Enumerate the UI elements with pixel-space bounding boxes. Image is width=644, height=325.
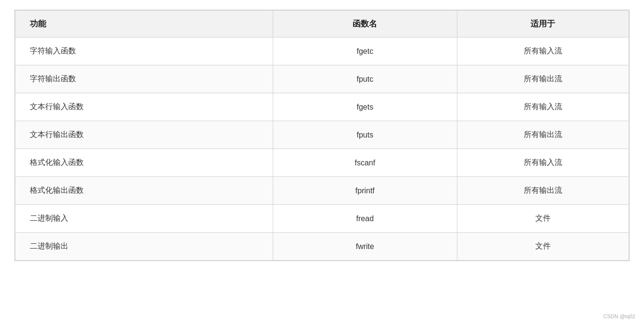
cell-feature: 字符输入函数 (15, 38, 273, 65)
table-row: 格式化输出函数fprintf所有输出流 (15, 177, 629, 205)
cell-applies-to: 所有输入流 (457, 149, 629, 177)
cell-applies-to: 所有输入流 (457, 93, 629, 121)
cell-feature: 二进制输出 (15, 233, 273, 261)
cell-feature: 格式化输入函数 (15, 149, 273, 177)
cell-function: fgets (273, 93, 457, 121)
cell-function: fputs (273, 121, 457, 149)
table-row: 字符输出函数fputc所有输出流 (15, 65, 629, 93)
cell-applies-to: 所有输出流 (457, 177, 629, 205)
header-function: 函数名 (273, 11, 457, 38)
cell-function: fread (273, 205, 457, 233)
header-applies-to: 适用于 (457, 11, 629, 38)
table-row: 二进制输入fread文件 (15, 205, 629, 233)
cell-feature: 文本行输入函数 (15, 93, 273, 121)
data-table: 功能 函数名 适用于 字符输入函数fgetc所有输入流字符输出函数fputc所有… (15, 10, 629, 261)
cell-feature: 文本行输出函数 (15, 121, 273, 149)
cell-feature: 二进制输入 (15, 205, 273, 233)
header-feature: 功能 (15, 11, 273, 38)
cell-feature: 格式化输出函数 (15, 177, 273, 205)
cell-function: fputc (273, 65, 457, 93)
cell-feature: 字符输出函数 (15, 65, 273, 93)
cell-applies-to: 所有输出流 (457, 121, 629, 149)
table-body: 字符输入函数fgetc所有输入流字符输出函数fputc所有输出流文本行输入函数f… (15, 38, 629, 261)
cell-function: fgetc (273, 38, 457, 65)
table-row: 格式化输入函数fscanf所有输入流 (15, 149, 629, 177)
table-row: 字符输入函数fgetc所有输入流 (15, 38, 629, 65)
cell-function: fscanf (273, 149, 457, 177)
cell-applies-to: 文件 (457, 233, 629, 261)
main-table-wrapper: 功能 函数名 适用于 字符输入函数fgetc所有输入流字符输出函数fputc所有… (14, 10, 630, 261)
cell-function: fwrite (273, 233, 457, 261)
cell-applies-to: 所有输入流 (457, 38, 629, 65)
cell-function: fprintf (273, 177, 457, 205)
table-header-row: 功能 函数名 适用于 (15, 11, 629, 38)
watermark: CSDN @tq02 (603, 313, 635, 319)
cell-applies-to: 所有输出流 (457, 65, 629, 93)
table-row: 文本行输出函数fputs所有输出流 (15, 121, 629, 149)
table-row: 二进制输出fwrite文件 (15, 233, 629, 261)
table-row: 文本行输入函数fgets所有输入流 (15, 93, 629, 121)
cell-applies-to: 文件 (457, 205, 629, 233)
